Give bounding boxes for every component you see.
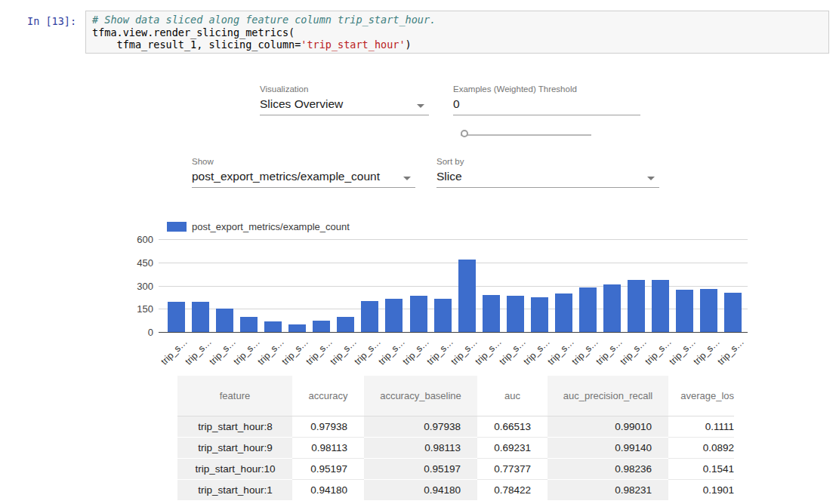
legend-label: post_export_metrics/example_count xyxy=(192,221,350,232)
bar[interactable] xyxy=(313,321,330,332)
metric-cell: 0.95197 xyxy=(364,458,477,479)
gridline xyxy=(159,239,748,240)
bar[interactable] xyxy=(458,260,476,332)
code-text: # Show data sliced along feature column … xyxy=(92,14,822,51)
bar[interactable] xyxy=(603,284,621,332)
sort-by-dropdown[interactable]: Sort by Slice xyxy=(436,157,659,188)
bar[interactable] xyxy=(216,309,233,332)
metric-cell: 0.94180 xyxy=(292,479,364,500)
metrics-table: featureaccuracyaccuracy_baselineaucauc_p… xyxy=(177,376,734,500)
x-axis-tick-label: trip_s… xyxy=(658,337,697,376)
show-value: post_export_metrics/example_count xyxy=(192,170,415,183)
bar[interactable] xyxy=(434,299,452,332)
code-line-2: tfma.view.render_slicing_metrics( xyxy=(92,26,295,38)
bar[interactable] xyxy=(192,302,209,332)
metric-cell: 0.1111 xyxy=(668,416,734,437)
x-axis-tick-label: trip_s… xyxy=(561,337,600,376)
bar[interactable] xyxy=(507,296,524,332)
sort-by-label: Sort by xyxy=(436,157,659,166)
bar[interactable] xyxy=(700,289,717,332)
legend-swatch-icon xyxy=(167,222,187,232)
metric-cell: 0.98231 xyxy=(548,479,668,500)
y-axis-tick-label: 450 xyxy=(122,257,153,269)
metric-cell: 0.98113 xyxy=(364,437,477,458)
bar[interactable] xyxy=(168,302,185,332)
y-axis-tick-label: 150 xyxy=(122,303,153,315)
visualization-value: Slices Overview xyxy=(260,97,429,111)
metric-cell: 0.95197 xyxy=(292,458,364,479)
x-axis-tick-label: trip_s… xyxy=(150,337,189,376)
x-axis-tick-label: trip_s… xyxy=(585,337,625,376)
metric-cell: 0.78422 xyxy=(477,479,548,500)
column-header: accuracy xyxy=(292,376,364,416)
table-row: trip_start_hour:80.979380.979380.665130.… xyxy=(177,416,734,437)
table-header-row: featureaccuracyaccuracy_baselineaucauc_p… xyxy=(177,376,734,416)
bar[interactable] xyxy=(337,317,354,333)
table-row: trip_start_hour:100.951970.951970.773770… xyxy=(177,458,734,479)
bar[interactable] xyxy=(385,299,403,332)
bar[interactable] xyxy=(531,297,548,332)
bar[interactable] xyxy=(628,280,645,332)
bar[interactable] xyxy=(579,287,597,332)
cell-prompt: In [13]: xyxy=(27,15,76,27)
metric-cell: 0.97938 xyxy=(364,416,477,437)
bar[interactable] xyxy=(652,280,669,332)
code-line-3: tfma_result_1, slicing_column= xyxy=(92,38,301,51)
table-row: trip_start_hour:90.981130.981130.692310.… xyxy=(177,437,734,458)
feature-cell: trip_start_hour:9 xyxy=(177,437,292,458)
x-axis-tick-label: trip_s… xyxy=(222,337,261,376)
bar[interactable] xyxy=(676,290,693,332)
slider-handle[interactable] xyxy=(461,130,468,137)
x-axis-tick-label: trip_s… xyxy=(537,337,576,376)
x-axis-tick-label: trip_s… xyxy=(343,337,382,376)
x-axis-tick-label: trip_s… xyxy=(174,337,213,376)
code-cell[interactable]: # Show data sliced along feature column … xyxy=(85,11,829,54)
code-string: 'trip_start_hour' xyxy=(301,38,405,51)
y-axis-tick-label: 300 xyxy=(122,281,153,292)
visualization-dropdown[interactable]: Visualization Slices Overview xyxy=(260,85,429,115)
metrics-table-container: featureaccuracyaccuracy_baselineaucauc_p… xyxy=(177,376,734,504)
feature-cell: trip_start_hour:10 xyxy=(177,458,292,479)
x-axis-tick-label: trip_s… xyxy=(198,337,237,376)
column-header: feature xyxy=(177,376,292,416)
threshold-input[interactable]: Examples (Weighted) Threshold 0 xyxy=(453,85,640,115)
threshold-slider[interactable] xyxy=(461,134,591,136)
x-axis-tick-label: trip_s… xyxy=(416,337,455,376)
x-axis-tick-label: trip_s… xyxy=(706,337,745,376)
x-axis-tick-label: trip_s… xyxy=(489,337,528,376)
metric-cell: 0.99140 xyxy=(548,437,668,458)
metric-cell: 0.97938 xyxy=(292,416,364,437)
x-axis-tick-label: trip_s… xyxy=(246,337,285,376)
chevron-down-icon xyxy=(403,177,411,180)
sort-by-value: Slice xyxy=(436,170,659,183)
bar[interactable] xyxy=(724,293,742,332)
metric-cell: 0.98113 xyxy=(292,437,364,458)
metric-cell: 0.77377 xyxy=(477,458,548,479)
feature-cell: trip_start_hour:1 xyxy=(177,479,292,500)
x-axis-tick-label: trip_s… xyxy=(270,337,310,376)
column-header: auc xyxy=(477,376,548,416)
threshold-label: Examples (Weighted) Threshold xyxy=(453,85,640,94)
x-axis-tick-label: trip_s… xyxy=(368,337,407,376)
table-row: trip_start_hour:10.941800.941800.784220.… xyxy=(177,479,734,500)
gridline xyxy=(159,263,748,263)
x-axis-tick-label: trip_s… xyxy=(295,337,334,376)
x-axis-tick-label: trip_s… xyxy=(634,337,673,376)
bar[interactable] xyxy=(361,301,378,332)
bar[interactable] xyxy=(555,293,572,332)
bar[interactable] xyxy=(410,296,427,332)
bar[interactable] xyxy=(483,295,500,332)
metric-cell: 0.66513 xyxy=(477,416,548,437)
x-axis-tick-label: trip_s… xyxy=(392,337,431,376)
bar[interactable] xyxy=(288,324,306,332)
notebook-page: In [13]: # Show data sliced along featur… xyxy=(0,0,839,504)
x-axis-tick-label: trip_s… xyxy=(319,337,358,376)
x-axis-tick-label: trip_s… xyxy=(464,337,504,376)
bar[interactable] xyxy=(240,317,258,332)
column-header: accuracy_baseline xyxy=(364,376,477,416)
field-underline xyxy=(260,115,429,115)
metric-cell: 0.94180 xyxy=(364,479,477,500)
show-dropdown[interactable]: Show post_export_metrics/example_count xyxy=(192,157,415,188)
bar[interactable] xyxy=(264,321,282,332)
x-axis-tick-label: trip_s… xyxy=(440,337,480,376)
